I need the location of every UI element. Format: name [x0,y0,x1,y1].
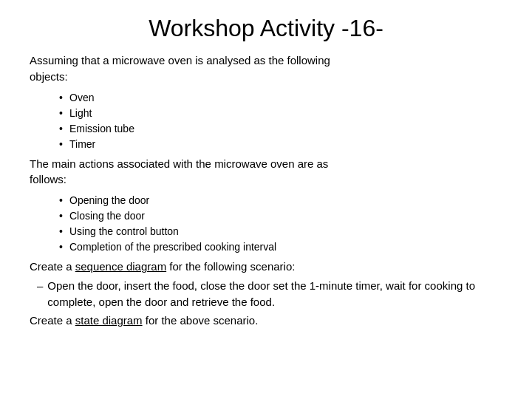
list-item: Timer [59,137,502,152]
list-item: Opening the door [59,193,502,208]
state-rest: for the above scenario. [146,314,259,327]
objects-list: Oven Light Emission tube Timer [59,90,502,152]
state-line: Create a state diagram for the above sce… [30,313,502,329]
list-item: Closing the door [59,208,502,224]
scenario-item: – Open the door, insert the food, close … [37,278,502,310]
intro-paragraph: Assuming that a microwave oven is analys… [30,52,502,85]
list-item: Emission tube [59,121,502,137]
scenario-text: Open the door, insert the food, close th… [47,278,502,310]
actions-list: Opening the door Closing the door Using … [59,193,502,255]
list-item: Light [59,106,502,121]
actions-line1: The main actions associated with the mic… [30,157,328,170]
intro-line2: objects: [30,70,68,83]
list-item: Using the control button [59,224,502,239]
dash-symbol: – [37,278,43,294]
sequence-label: Create a [30,260,72,273]
list-item: Completion of the prescribed cooking int… [59,239,502,255]
sequence-diagram-link: sequence diagram [75,260,166,273]
sequence-rest: for the following scenario: [169,260,295,273]
state-label: Create a [30,314,72,327]
sequence-line: Create a sequence diagram for the follow… [30,259,502,275]
page-title: Workshop Activity -16- [30,15,502,42]
list-item: Oven [59,90,502,106]
actions-line2: follows: [30,173,66,185]
actions-intro-paragraph: The main actions associated with the mic… [30,156,502,188]
state-diagram-link: state diagram [75,314,143,327]
intro-line1: Assuming that a microwave oven is analys… [30,54,330,66]
page: Workshop Activity -16- Assuming that a m… [0,0,532,399]
